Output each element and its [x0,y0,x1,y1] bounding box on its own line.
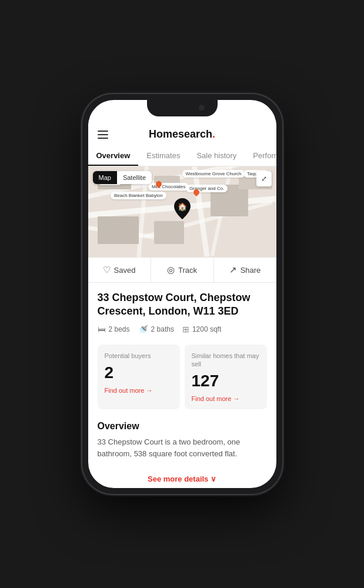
logo-dot: . [212,128,215,140]
app-header: Homesearch. [88,123,276,145]
overview-section: Overview 33 Chepstow Court is a two bedr… [88,415,276,465]
tab-sale-history[interactable]: Sale history [188,145,245,166]
bath-icon: 🚿 [138,325,148,334]
baths-text: 2 baths [151,325,174,333]
map-container: Bodyism Beach Blanket Babylon Melt Choco… [88,166,276,258]
tab-performance[interactable]: Perform... [245,145,276,166]
see-more-button[interactable]: See more details ∨ [88,465,276,488]
expand-icon: ⤢ [261,175,267,183]
track-label: Track [178,266,197,275]
map-toggle-satellite[interactable]: Satellite [117,171,152,184]
similar-homes-value: 127 [192,372,260,390]
stats-cards: Potential buyers 2 Find out more → Simil… [88,339,276,416]
nav-tabs: Overview Estimates Sale history Perform.… [88,145,276,166]
saved-button[interactable]: ♡ Saved [88,258,151,282]
spec-beds: 🛏 2 beds [98,325,130,334]
logo-text: Homesearch [149,128,212,140]
map-label-granger: Granger and Co. [186,185,228,192]
track-button[interactable]: ◎ Track [151,258,214,282]
property-info: 33 Chepstow Court, Chepstow Crescent, Lo… [88,283,276,339]
action-bar: ♡ Saved ◎ Track ↗ Share [88,258,276,283]
overview-text: 33 Chepstow Court is a two bedroom, one … [98,436,267,459]
overview-title: Overview [98,421,267,432]
saved-label: Saved [114,266,136,275]
map-toggle-map[interactable]: Map [93,171,117,184]
svg-text:🏠: 🏠 [178,202,188,212]
potential-buyers-value: 2 [105,363,173,382]
spec-sqft: ⊞ 1200 sqft [182,325,221,334]
menu-button[interactable] [98,131,108,139]
track-icon: ◎ [167,265,175,275]
share-button[interactable]: ↗ Share [214,258,276,282]
property-pin: 🏠 [173,198,191,222]
sqft-icon: ⊞ [182,325,189,334]
bed-icon: 🛏 [98,325,106,334]
potential-buyers-cta[interactable]: Find out more → [105,387,173,394]
similar-homes-label: Similar homes that may sell [192,352,260,369]
map-label-beach: Beach Blanket Babylon [111,192,166,199]
share-label: Share [241,266,261,275]
potential-buyers-card[interactable]: Potential buyers 2 Find out more → [98,345,180,410]
map-label-melt: Melt Chocolates [148,183,189,191]
spec-baths: 🚿 2 baths [138,325,174,334]
similar-homes-cta[interactable]: Find out more → [192,395,260,402]
sqft-text: 1200 sqft [192,325,221,333]
similar-homes-card[interactable]: Similar homes that may sell 127 Find out… [185,345,267,410]
potential-buyers-label: Potential buyers [105,352,173,360]
heart-icon: ♡ [103,265,111,275]
property-address: 33 Chepstow Court, Chepstow Crescent, Lo… [98,291,267,319]
share-icon: ↗ [229,265,237,275]
see-more-text: See more details ∨ [148,475,216,483]
property-specs: 🛏 2 beds 🚿 2 baths ⊞ 1200 sqft [98,325,267,334]
app-logo: Homesearch. [149,128,215,141]
map-expand-button[interactable]: ⤢ [256,171,272,186]
tab-overview[interactable]: Overview [88,145,139,166]
map-toggle: Map Satellite [93,171,152,184]
beds-text: 2 beds [109,325,130,333]
map-label-westbourne: Westbourne Grove Church [182,170,245,178]
tab-estimates[interactable]: Estimates [138,145,188,166]
